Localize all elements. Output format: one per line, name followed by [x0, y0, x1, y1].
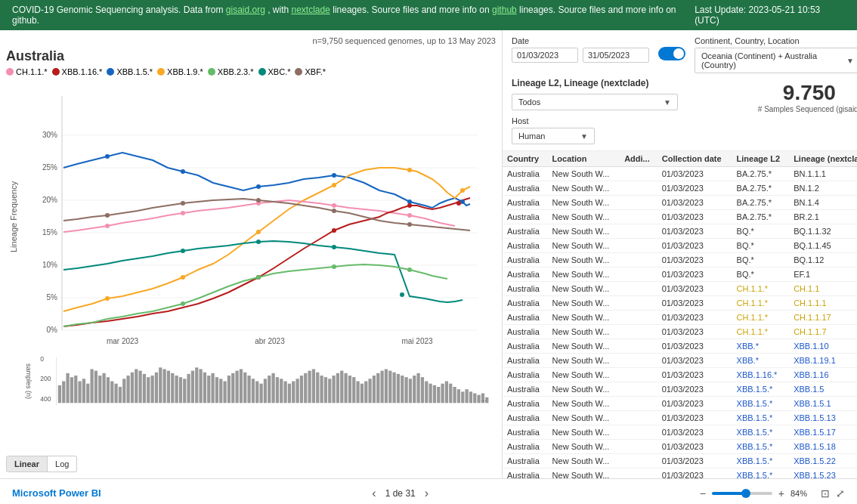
table-cell: CH.1.1.* [732, 311, 790, 325]
next-page-button[interactable]: › [425, 487, 428, 500]
svg-rect-142 [404, 377, 407, 403]
svg-point-19 [181, 169, 185, 174]
page-separator: de [393, 488, 403, 499]
table-cell: CH.1.1.* [732, 282, 790, 296]
table-cell: 01/03/2023 [657, 354, 732, 368]
table-row[interactable]: AustraliaNew South W...01/03/2023XBB.*XB… [503, 354, 857, 368]
table-row[interactable]: AustraliaNew South W...01/03/2023XBB.*XB… [503, 339, 857, 354]
table-row[interactable]: AustraliaNew South W...01/03/2023XBB.1.5… [503, 440, 857, 454]
table-row[interactable]: AustraliaNew South W...01/03/2023XBB.1.1… [503, 368, 857, 382]
table-row[interactable]: AustraliaNew South W...01/03/2023CH.1.1.… [503, 325, 857, 339]
zoom-slider[interactable] [712, 492, 772, 495]
legend-dot-ch11 [6, 68, 14, 76]
bottom-center: ‹ 1 de 31 › [372, 487, 428, 500]
zoom-in-button[interactable]: + [778, 487, 784, 499]
col-lineage-next[interactable]: Lineage (nextcla [789, 151, 857, 167]
table-row[interactable]: AustraliaNew South W...01/03/2023XBB.1.5… [503, 382, 857, 397]
col-location[interactable]: Location [548, 151, 620, 167]
svg-rect-99 [231, 373, 234, 403]
svg-rect-113 [288, 384, 291, 404]
table-cell: New South W... [548, 239, 620, 253]
svg-rect-129 [352, 377, 355, 403]
table-row[interactable]: AustraliaNew South W...01/03/2023BA.2.75… [503, 196, 857, 210]
date-to-input[interactable] [583, 48, 649, 63]
chart-svg[interactable]: 0% 5% 10% 15% 20% 25% 30% mar 2023 abr 2… [21, 81, 496, 353]
fit-to-page-icon[interactable]: ⊡ [821, 487, 830, 499]
table-cell: New South W... [548, 267, 620, 282]
legend-label-xbc: XBC.* [268, 67, 291, 76]
host-chevron-icon: ▼ [580, 132, 588, 141]
table-row[interactable]: AustraliaNew South W...01/03/2023BQ.*BQ.… [503, 224, 857, 239]
col-country[interactable]: Country [503, 151, 548, 167]
table-cell: 01/03/2023 [657, 167, 732, 181]
table-row[interactable]: AustraliaNew South W...01/03/2023CH.1.1.… [503, 282, 857, 296]
github-link[interactable]: github [492, 5, 517, 15]
continent-dropdown[interactable]: Oceania (Continent) + Australia (Country… [695, 48, 857, 73]
fullscreen-icon[interactable]: ⤢ [836, 487, 845, 499]
svg-rect-152 [445, 382, 448, 404]
svg-rect-138 [388, 371, 391, 404]
col-addi[interactable]: Addi... [620, 151, 657, 167]
col-collection-date[interactable]: Collection date [657, 151, 732, 167]
table-cell: 01/03/2023 [657, 224, 732, 239]
table-row[interactable]: AustraliaNew South W...01/03/2023BQ.*EF.… [503, 267, 857, 282]
linear-button[interactable]: Linear [6, 456, 48, 472]
table-row[interactable]: AustraliaNew South W...01/03/2023BA.2.75… [503, 181, 857, 196]
svg-rect-143 [409, 379, 412, 403]
table-row[interactable]: AustraliaNew South W...01/03/2023CH.1.1.… [503, 311, 857, 325]
table-row[interactable]: AustraliaNew South W...01/03/2023BQ.*BQ.… [503, 253, 857, 267]
table-cell: New South W... [548, 282, 620, 296]
svg-rect-69 [110, 382, 113, 404]
stat-label: # Samples Sequenced (gisaid) [758, 105, 857, 113]
table-cell: 01/03/2023 [657, 311, 732, 325]
nextclade-link[interactable]: nextclade [292, 5, 330, 15]
table-cell: New South W... [548, 253, 620, 267]
host-dropdown[interactable]: Human ▼ [512, 128, 595, 144]
svg-rect-62 [82, 379, 85, 403]
table-cell: XBB.1.5.23 [789, 468, 857, 479]
table-cell [620, 339, 657, 354]
svg-rect-61 [78, 382, 81, 404]
table-row[interactable]: AustraliaNew South W...01/03/2023XBB.1.5… [503, 411, 857, 425]
toggle-container[interactable] [658, 47, 685, 60]
svg-rect-116 [300, 376, 303, 403]
table-cell [620, 196, 657, 210]
zoom-out-button[interactable]: − [700, 487, 706, 499]
log-button[interactable]: Log [48, 456, 77, 472]
table-cell: New South W... [548, 440, 620, 454]
table-row[interactable]: AustraliaNew South W...01/03/2023BA.2.75… [503, 210, 857, 224]
svg-rect-97 [223, 382, 226, 404]
svg-rect-149 [433, 385, 436, 403]
table-row[interactable]: AustraliaNew South W...01/03/2023CH.1.1.… [503, 296, 857, 311]
table-row[interactable]: AustraliaNew South W...01/03/2023XBB.1.5… [503, 454, 857, 468]
gisaid-link[interactable]: gisaid.org [226, 5, 265, 15]
table-cell: Australia [503, 196, 548, 210]
table-cell: XBB.1.10 [789, 339, 857, 354]
col-lineage-l2[interactable]: Lineage L2 [732, 151, 790, 167]
table-cell [620, 368, 657, 382]
legend-item-xbb15: XBB.1.5.* [107, 67, 153, 76]
table-cell [620, 454, 657, 468]
bar-chart-svg: 0 200 400 // We'll draw bars inline [36, 353, 496, 410]
svg-rect-88 [187, 374, 190, 403]
table-row[interactable]: AustraliaNew South W...01/03/2023BQ.*BQ.… [503, 239, 857, 253]
prev-page-button[interactable]: ‹ [372, 487, 376, 500]
table-cell: BQ.* [732, 224, 790, 239]
continent-label: Continent, Country, Location [695, 36, 857, 45]
svg-rect-87 [183, 379, 186, 403]
table-row[interactable]: AustraliaNew South W...01/03/2023XBB.1.5… [503, 397, 857, 411]
toggle-track[interactable] [658, 47, 685, 60]
table-cell: XBB.1.5.* [732, 468, 790, 479]
powerbi-logo[interactable]: Microsoft Power BI [12, 487, 101, 499]
svg-rect-130 [356, 382, 359, 404]
date-from-input[interactable] [512, 48, 578, 63]
table-cell: Australia [503, 397, 548, 411]
table-row[interactable]: AustraliaNew South W...01/03/2023XBB.1.5… [503, 425, 857, 440]
lineage-dropdown[interactable]: Todos ▼ [512, 94, 678, 110]
table-row[interactable]: AustraliaNew South W...01/03/2023XBB.1.5… [503, 468, 857, 479]
svg-rect-72 [122, 379, 125, 403]
table-row[interactable]: AustraliaNew South W...01/03/2023BA.2.75… [503, 167, 857, 181]
data-table[interactable]: Country Location Addi... Collection date… [503, 151, 857, 478]
svg-point-18 [105, 154, 110, 159]
svg-point-24 [105, 296, 110, 301]
